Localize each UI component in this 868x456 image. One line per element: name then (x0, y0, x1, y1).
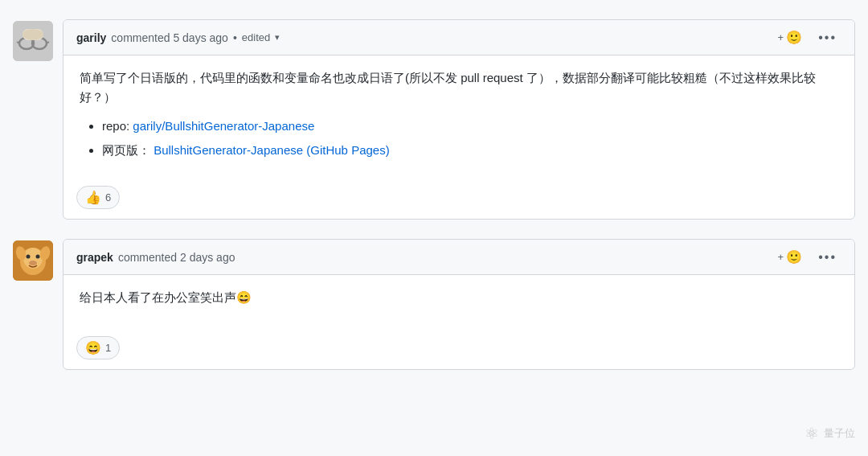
comment-header-left-2: grapekcommented 2 days ago (76, 251, 235, 264)
comments-container: garilycommented 5 days ago•edited▾+🙂•••简… (13, 13, 855, 396)
list-item: 网页版： BullshitGenerator-Japanese (GitHub … (102, 141, 838, 160)
comment-header-1: garilycommented 5 days ago•edited▾+🙂••• (63, 20, 854, 55)
comment-body-2: 给日本人看了在办公室笑出声😄 (63, 275, 854, 330)
comment-header-left-1: garilycommented 5 days ago•edited▾ (76, 31, 280, 44)
comment-paragraph: 给日本人看了在办公室笑出声😄 (80, 288, 838, 307)
add-reaction-btn-1[interactable]: +🙂 (775, 28, 806, 47)
comment-header-2: grapekcommented 2 days ago+🙂••• (63, 240, 854, 275)
comment-author-1[interactable]: garily (76, 31, 106, 44)
reaction-count: 1 (105, 342, 111, 354)
more-options-btn-1[interactable]: ••• (813, 29, 841, 47)
svg-point-10 (23, 248, 43, 269)
comment-time-1: commented 5 days ago (111, 31, 228, 44)
separator: • (233, 31, 237, 44)
svg-point-12 (36, 255, 40, 259)
comment-body-1: 简单写了个日语版的，代码里的函数和变量命名也改成日语了(所以不发 pull re… (63, 55, 854, 179)
comment-link-1-1[interactable]: garily/BullshitGenerator-Japanese (133, 119, 314, 133)
comment-reactions-2: 😄1 (63, 330, 854, 369)
add-reaction-btn-2[interactable]: +🙂 (775, 248, 806, 266)
comment-list-1: repo: garily/BullshitGenerator-Japanese网… (80, 117, 838, 160)
comment-wrapper-1: garilycommented 5 days ago•edited▾+🙂•••简… (13, 19, 855, 220)
list-item: repo: garily/BullshitGenerator-Japanese (102, 117, 838, 136)
watermark-text: 量子位 (824, 426, 855, 441)
reaction-pill-1-1[interactable]: 👍6 (76, 186, 120, 209)
watermark: ⚛ 量子位 (805, 424, 855, 443)
svg-point-7 (23, 29, 43, 40)
edited-arrow-1[interactable]: ▾ (275, 32, 280, 43)
comment-box-2: grapekcommented 2 days ago+🙂•••给日本人看了在办公… (63, 239, 855, 370)
comment-link-1-2[interactable]: BullshitGenerator-Japanese (GitHub Pages… (154, 143, 389, 157)
reaction-emoji: 👍 (85, 190, 101, 205)
svg-point-11 (27, 255, 31, 259)
comment-reactions-1: 👍6 (63, 179, 854, 219)
avatar-garily (13, 21, 53, 61)
comment-wrapper-2: grapekcommented 2 days ago+🙂•••给日本人看了在办公… (13, 239, 855, 370)
more-options-btn-2[interactable]: ••• (813, 249, 841, 266)
comment-box-1: garilycommented 5 days ago•edited▾+🙂•••简… (63, 19, 855, 220)
reaction-emoji: 😄 (85, 340, 101, 355)
comment-time-2: commented 2 days ago (118, 251, 235, 264)
comment-author-2[interactable]: grapek (76, 251, 113, 264)
comment-header-right-1: +🙂••• (775, 28, 841, 47)
edited-label-1: edited (242, 31, 270, 43)
avatar-grapek (13, 240, 53, 281)
watermark-logo: ⚛ (805, 424, 819, 443)
svg-point-13 (29, 261, 37, 265)
comment-paragraph: 简单写了个日语版的，代码里的函数和变量命名也改成日语了(所以不发 pull re… (80, 68, 838, 107)
reaction-count: 6 (105, 191, 111, 203)
comment-header-right-2: +🙂••• (775, 248, 841, 266)
reaction-pill-2-1[interactable]: 😄1 (76, 336, 120, 359)
